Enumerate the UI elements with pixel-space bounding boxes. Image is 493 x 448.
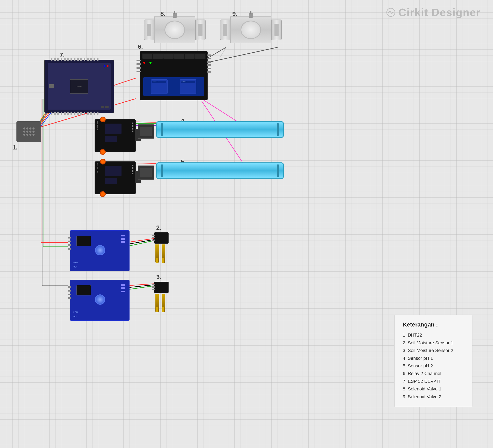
legend-item-2: 2. Soil Moisture Sensor 1 [403, 339, 464, 347]
legend-item-1: 1. DHT22 [403, 331, 464, 339]
svg-line-20 [125, 238, 154, 243]
soil-sensor-2 [154, 282, 168, 312]
legend-title: Keterangan : [403, 321, 464, 328]
dht22-sensor [16, 121, 41, 142]
soil-module-1: OUT PWR [70, 230, 130, 271]
svg-line-25 [125, 286, 154, 290]
cirkit-designer-logo: Cirkit Designer [386, 6, 481, 19]
legend-box: Keterangan : 1. DHT22 2. Soil Moisture S… [394, 315, 472, 407]
svg-line-19 [220, 47, 226, 57]
ph-probe-2 [138, 166, 154, 180]
svg-line-24 [125, 285, 154, 288]
legend-item-6: 6. Relay 2 Channel [403, 370, 464, 377]
legend-item-8: 8. Solenoid Valve 1 [403, 385, 464, 393]
svg-line-22 [125, 241, 154, 247]
ph-meter-2: pH meter V1.0 [95, 161, 136, 194]
label-7: 7. [60, 51, 65, 58]
sensor-ph-2 [156, 162, 284, 179]
esp32-devkit: ESP32 [44, 60, 114, 113]
label-6: 6. [138, 43, 143, 50]
label-3: 3. [156, 273, 161, 280]
legend-item-9: 9. Solenoid Valve 2 [403, 393, 464, 401]
legend-item-3: 3. Soil Moisture Sensor 2 [403, 347, 464, 354]
label-1: 1. [12, 144, 17, 151]
svg-line-18 [202, 47, 278, 64]
svg-line-23 [125, 284, 154, 286]
svg-line-21 [125, 239, 154, 245]
svg-point-1 [388, 12, 389, 13]
legend-item-5: 5. Sensor pH 2 [403, 362, 464, 370]
solenoid-valve-1 [144, 12, 206, 47]
ph-probe-1 [138, 124, 154, 139]
label-2: 2. [156, 224, 161, 231]
legend-item-7: 7. ESP 32 DEVKIT [403, 378, 464, 385]
ph-meter-1: pH meter V1.0 [95, 119, 136, 152]
legend-item-4: 4. Sensor pH 1 [403, 354, 464, 362]
solenoid-valve-2 [220, 12, 282, 47]
relay-2channel: SONGLE SONGLE [140, 51, 208, 100]
logo-text: Cirkit Designer [398, 6, 481, 19]
svg-point-2 [392, 12, 393, 13]
soil-sensor-1 [154, 232, 168, 263]
soil-module-2: OUT PWR [70, 280, 130, 321]
sensor-ph-1 [156, 121, 284, 138]
